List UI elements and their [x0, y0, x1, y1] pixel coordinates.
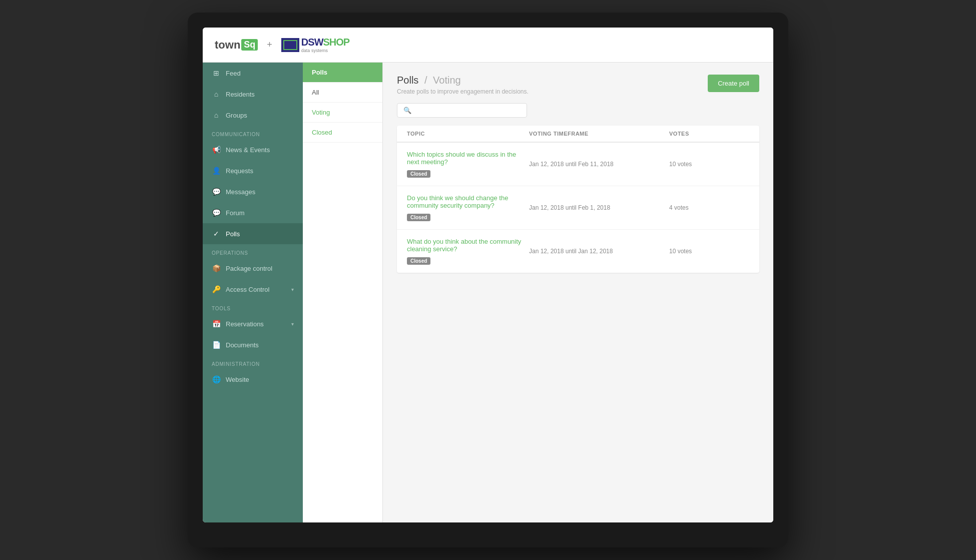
sidebar-label-website: Website — [226, 376, 294, 383]
search-input-wrap: 🔍 — [397, 103, 527, 118]
subnav-label-polls: Polls — [312, 69, 327, 76]
sidebar-label-package: Package control — [226, 265, 294, 272]
laptop-frame: townSq + DSWSHOP data systems — [188, 13, 788, 547]
table-header: TOPIC VOTING TIMEFRAME VOTES — [397, 126, 759, 143]
poll-votes-1: 10 votes — [669, 161, 749, 168]
sidebar-label-forum: Forum — [226, 209, 294, 217]
poll-topic-cell-2: Do you think we should change the commun… — [407, 194, 529, 221]
page-subtitle: Create polls to improve engagement in de… — [397, 88, 529, 95]
subnav-label-all: All — [312, 89, 319, 96]
poll-votes-3: 10 votes — [669, 248, 749, 255]
col-header-timeframe: VOTING TIMEFRAME — [529, 131, 669, 137]
subnav-item-polls[interactable]: Polls — [303, 63, 382, 83]
sidebar-item-residents[interactable]: ⌂ Residents — [203, 84, 303, 105]
website-icon: 🌐 — [212, 375, 221, 384]
sidebar-item-messages[interactable]: 💬 Messages — [203, 181, 303, 202]
sidebar-item-polls[interactable]: ✓ Polls — [203, 223, 303, 244]
poll-title-2[interactable]: Do you think we should change the commun… — [407, 194, 529, 209]
sidebar-label-residents: Residents — [226, 91, 294, 98]
forum-icon: 💬 — [212, 208, 221, 217]
poll-topic-cell-3: What do you think about the community cl… — [407, 238, 529, 265]
sidebar-item-forum[interactable]: 💬 Forum — [203, 202, 303, 223]
search-input[interactable] — [415, 107, 521, 114]
requests-icon: 👤 — [212, 166, 221, 175]
subnav-item-voting[interactable]: Voting — [303, 103, 382, 123]
dsw-text-block: DSWSHOP data systems — [301, 37, 349, 53]
feed-icon: ⊞ — [212, 69, 221, 78]
search-icon: 🔍 — [403, 107, 411, 114]
poll-status-badge-3: Closed — [407, 257, 430, 265]
logo-text: town — [215, 39, 240, 52]
subnav-panel: Polls All Voting Closed — [303, 63, 383, 522]
sidebar-label-reservations: Reservations — [226, 320, 286, 328]
sidebar-item-feed[interactable]: ⊞ Feed — [203, 63, 303, 84]
section-label-operations: OPERATIONS — [203, 244, 303, 258]
sidebar-item-news-events[interactable]: 📢 News & Events — [203, 139, 303, 160]
polls-icon: ✓ — [212, 229, 221, 238]
dsw-subtitle: data systems — [301, 48, 349, 53]
poll-timeframe-1: Jan 12, 2018 until Feb 11, 2018 — [529, 161, 669, 168]
app-layout: ⊞ Feed ⌂ Residents ⌂ Groups COMMUNICATIO… — [203, 63, 773, 522]
sidebar-item-requests[interactable]: 👤 Requests — [203, 160, 303, 181]
poll-timeframe-3: Jan 12, 2018 until Jan 12, 2018 — [529, 248, 669, 255]
polls-table: TOPIC VOTING TIMEFRAME VOTES Which topic… — [397, 126, 759, 273]
section-label-administration: ADMINISTRATION — [203, 355, 303, 369]
residents-icon: ⌂ — [212, 90, 221, 99]
logo-area: townSq + DSWSHOP data systems — [215, 37, 349, 53]
table-row: Do you think we should change the commun… — [397, 186, 759, 230]
main-content: Polls / Voting Create polls to improve e… — [383, 63, 773, 522]
news-icon: 📢 — [212, 145, 221, 154]
dsw-box — [281, 38, 299, 52]
sidebar-item-package-control[interactable]: 📦 Package control — [203, 258, 303, 279]
subnav-label-voting: Voting — [312, 109, 330, 116]
subnav-item-all[interactable]: All — [303, 83, 382, 103]
sidebar-label-news: News & Events — [226, 146, 294, 154]
screen: townSq + DSWSHOP data systems — [203, 28, 773, 522]
sidebar-label-documents: Documents — [226, 341, 294, 349]
search-bar: 🔍 — [397, 103, 759, 118]
package-icon: 📦 — [212, 264, 221, 273]
poll-topic-cell-1: Which topics should we discuss in the ne… — [407, 151, 529, 178]
subnav-label-closed: Closed — [312, 129, 332, 136]
groups-icon: ⌂ — [212, 111, 221, 120]
documents-icon: 📄 — [212, 340, 221, 349]
sidebar-label-requests: Requests — [226, 167, 294, 175]
sidebar-item-reservations[interactable]: 📅 Reservations ▾ — [203, 313, 303, 334]
dsw-box-inner — [283, 40, 297, 50]
sidebar: ⊞ Feed ⌂ Residents ⌂ Groups COMMUNICATIO… — [203, 63, 303, 522]
sidebar-label-access: Access Control — [226, 286, 286, 293]
table-row: Which topics should we discuss in the ne… — [397, 143, 759, 186]
logo-sq: Sq — [241, 39, 258, 51]
dsw-logo: DSWSHOP data systems — [281, 37, 349, 53]
create-poll-button[interactable]: Create poll — [708, 75, 759, 92]
sidebar-item-website[interactable]: 🌐 Website — [203, 369, 303, 390]
poll-votes-2: 4 votes — [669, 204, 749, 211]
section-label-tools: TOOLS — [203, 300, 303, 313]
poll-status-badge-2: Closed — [407, 214, 430, 221]
sidebar-label-polls: Polls — [226, 230, 294, 238]
sidebar-label-groups: Groups — [226, 112, 294, 119]
access-chevron-icon: ▾ — [291, 287, 294, 292]
poll-title-3[interactable]: What do you think about the community cl… — [407, 238, 529, 253]
section-label-communication: COMMUNICATION — [203, 126, 303, 139]
reservations-icon: 📅 — [212, 319, 221, 328]
poll-timeframe-2: Jan 12, 2018 until Feb 1, 2018 — [529, 204, 669, 211]
access-icon: 🔑 — [212, 285, 221, 294]
reservations-chevron-icon: ▾ — [291, 321, 294, 327]
poll-status-badge-1: Closed — [407, 170, 430, 178]
page-title: Polls / Voting — [397, 75, 529, 86]
page-header: Polls / Voting Create polls to improve e… — [397, 75, 759, 95]
page-title-area: Polls / Voting Create polls to improve e… — [397, 75, 529, 95]
dsw-brand-text: DSWSHOP — [301, 37, 349, 48]
subnav-item-closed[interactable]: Closed — [303, 123, 382, 143]
poll-title-1[interactable]: Which topics should we discuss in the ne… — [407, 151, 529, 166]
sidebar-item-access-control[interactable]: 🔑 Access Control ▾ — [203, 279, 303, 300]
messages-icon: 💬 — [212, 187, 221, 196]
col-header-topic: TOPIC — [407, 131, 529, 137]
table-row: What do you think about the community cl… — [397, 230, 759, 273]
logo-plus: + — [267, 40, 272, 50]
sidebar-item-documents[interactable]: 📄 Documents — [203, 334, 303, 355]
sidebar-label-messages: Messages — [226, 188, 294, 196]
sidebar-item-groups[interactable]: ⌂ Groups — [203, 105, 303, 126]
app-header: townSq + DSWSHOP data systems — [203, 28, 773, 63]
